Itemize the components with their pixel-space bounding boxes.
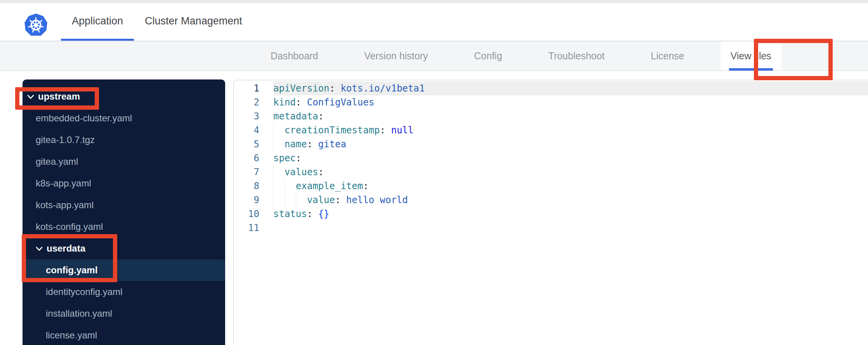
code-line-10[interactable]: 10status: {} (234, 207, 868, 221)
line-number: 3 (234, 109, 259, 123)
line-number: 10 (234, 207, 259, 221)
header-tab-cluster-management[interactable]: Cluster Management (134, 3, 253, 41)
line-content: example_item: (273, 179, 868, 193)
line-content (273, 221, 868, 235)
tree-item-label: k8s-app.yaml (36, 178, 91, 189)
tree-file-kots-config-yaml[interactable]: kots-config.yaml (23, 216, 225, 238)
nav-tab-dashboard[interactable]: Dashboard (260, 41, 328, 71)
tree-file-gitea-1-0-7-tgz[interactable]: gitea-1.0.7.tgz (23, 129, 225, 151)
token-kw: null (391, 125, 413, 136)
tree-file-installation-yaml[interactable]: installation.yaml (23, 303, 225, 324)
token-k: spec (273, 153, 296, 164)
token-k: name (285, 139, 307, 150)
indent-guide (273, 123, 285, 137)
line-number: 9 (234, 193, 259, 207)
token-b: {} (318, 209, 330, 219)
token-s (340, 195, 346, 205)
token-v: ConfigValues (307, 97, 374, 108)
line-number: 2 (234, 95, 259, 109)
nav-tab-view-files[interactable]: View files (720, 41, 781, 71)
tree-item-label: kots-app.yaml (36, 200, 94, 210)
token-p: : (307, 139, 312, 150)
token-v: hello world (346, 195, 408, 205)
tree-item-label: kots-config.yaml (36, 221, 103, 232)
token-p: : (380, 125, 385, 136)
token-p: : (363, 181, 368, 191)
token-k: value (307, 195, 335, 205)
indent-guide (296, 193, 307, 207)
nav-tab-license[interactable]: License (641, 41, 694, 71)
app-header: ApplicationCluster Management (0, 3, 868, 41)
tree-item-label: identityconfig.yaml (46, 286, 122, 297)
tree-file-gitea-yaml[interactable]: gitea.yaml (23, 151, 225, 172)
tree-item-label: gitea-1.0.7.tgz (36, 135, 95, 145)
line-content: kind: ConfigValues (273, 95, 868, 109)
tree-file-identityconfig-yaml[interactable]: identityconfig.yaml (23, 281, 225, 303)
code-lines: 1apiVersion: kots.io/v1beta12kind: Confi… (234, 81, 868, 235)
token-k: values (285, 167, 318, 178)
token-k: example_item (296, 181, 363, 191)
line-content: status: {} (273, 207, 868, 221)
header-tabs: ApplicationCluster Management (61, 3, 253, 41)
line-content: value: hello world (273, 193, 868, 207)
line-number: 8 (234, 179, 259, 193)
token-k: status (273, 209, 307, 219)
chevron-down-icon (36, 246, 43, 251)
token-p: : (318, 111, 324, 122)
tree-file-embedded-cluster-yaml[interactable]: embedded-cluster.yaml (23, 107, 225, 129)
indent-guide (273, 137, 285, 151)
code-line-11[interactable]: 11 (234, 221, 868, 235)
line-content: name: gitea (273, 137, 868, 151)
tree-item-label: installation.yaml (46, 308, 112, 319)
tree-file-license-yaml[interactable]: license.yaml (23, 324, 225, 345)
yaml-editor-panel[interactable]: 1apiVersion: kots.io/v1beta12kind: Confi… (233, 80, 868, 345)
tree-file-k8s-app-yaml[interactable]: k8s-app.yaml (23, 172, 225, 194)
tree-item-label: upstream (38, 91, 80, 102)
code-line-9[interactable]: 9value: hello world (234, 193, 868, 207)
indent-guide (273, 193, 285, 207)
tree-item-label: embedded-cluster.yaml (36, 113, 132, 124)
code-line-7[interactable]: 7values: (234, 165, 868, 179)
token-s (335, 83, 340, 94)
line-number: 6 (234, 151, 259, 165)
tree-item-label: userdata (47, 243, 85, 254)
token-p: : (296, 153, 301, 164)
file-tree-sidebar: upstreamembedded-cluster.yamlgitea-1.0.7… (23, 79, 225, 345)
nav-tab-config[interactable]: Config (464, 41, 512, 71)
token-p: : (296, 97, 301, 108)
token-k: creationTimestamp (285, 125, 380, 136)
indent-guide (273, 165, 285, 179)
line-number: 5 (234, 137, 259, 151)
line-number: 11 (234, 221, 259, 235)
tree-item-label: license.yaml (46, 330, 97, 341)
token-s (312, 139, 318, 150)
code-line-8[interactable]: 8example_item: (234, 179, 868, 193)
token-v: gitea (318, 139, 346, 150)
browser-chrome-strip (0, 0, 868, 3)
line-content: spec: (273, 151, 868, 165)
nav-tab-version-history[interactable]: Version history (354, 41, 438, 71)
line-content: metadata: (273, 109, 868, 123)
tree-file-kots-app-yaml[interactable]: kots-app.yaml (23, 194, 225, 216)
line-content: creationTimestamp: null (273, 123, 868, 137)
code-line-2[interactable]: 2kind: ConfigValues (234, 95, 868, 109)
code-line-5[interactable]: 5name: gitea (234, 137, 868, 151)
token-v: kots.io/v1beta1 (340, 83, 425, 94)
tree-file-config-yaml[interactable]: config.yaml (23, 259, 225, 281)
code-line-3[interactable]: 3metadata: (234, 109, 868, 123)
code-line-1[interactable]: 1apiVersion: kots.io/v1beta1 (234, 81, 868, 95)
indent-guide (273, 179, 285, 193)
tree-folder-userdata[interactable]: userdata (23, 238, 225, 259)
line-content: values: (273, 165, 868, 179)
kubernetes-logo-icon (23, 13, 49, 37)
tree-folder-upstream[interactable]: upstream (23, 86, 225, 107)
line-number: 1 (234, 81, 259, 95)
token-s (312, 209, 318, 219)
app-sub-nav: DashboardVersion historyConfigTroublesho… (0, 41, 868, 71)
token-k: kind (273, 97, 296, 108)
nav-tab-troubleshoot[interactable]: Troubleshoot (538, 41, 615, 71)
tree-item-label: config.yaml (46, 265, 97, 276)
header-tab-application[interactable]: Application (61, 3, 134, 41)
code-line-6[interactable]: 6spec: (234, 151, 868, 165)
code-line-4[interactable]: 4creationTimestamp: null (234, 123, 868, 137)
